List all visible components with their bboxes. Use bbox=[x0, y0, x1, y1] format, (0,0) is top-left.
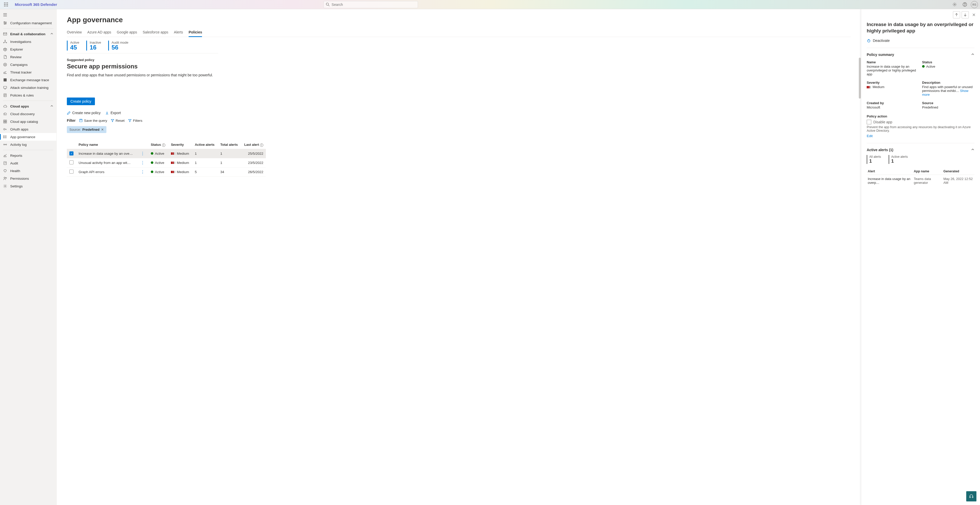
col-severity[interactable]: Severity bbox=[169, 141, 192, 149]
search-input[interactable] bbox=[332, 3, 416, 6]
close-panel-button[interactable] bbox=[970, 11, 977, 18]
nav-item-reports[interactable]: Reports bbox=[0, 152, 56, 159]
nav-item-configuration-management[interactable]: Configuration management bbox=[0, 19, 56, 27]
app-launcher-icon[interactable] bbox=[2, 0, 10, 9]
col-active-alerts[interactable]: Active alerts bbox=[192, 141, 218, 149]
severity-text: Medium bbox=[177, 170, 189, 174]
nav-item-cloud-discovery[interactable]: Cloud discovery bbox=[0, 110, 56, 118]
reset-filter-button[interactable]: Reset bbox=[111, 119, 124, 123]
create-new-policy-button[interactable]: Create new policy bbox=[67, 111, 100, 115]
table-row[interactable]: Unusual activity from an app wit… ⋮ Acti… bbox=[67, 158, 266, 167]
kpi-value: 1 bbox=[869, 159, 881, 164]
col-policy-name[interactable]: Policy name bbox=[76, 141, 137, 149]
tab-alerts[interactable]: Alerts bbox=[174, 29, 183, 37]
col-app-name[interactable]: App name bbox=[913, 168, 942, 175]
filters-button[interactable]: Filters bbox=[128, 119, 142, 123]
next-item-button[interactable] bbox=[962, 11, 969, 18]
nav-label: Policies & rules bbox=[10, 94, 34, 97]
content-scrollbar[interactable] bbox=[859, 58, 861, 99]
save-query-button[interactable]: Save the query bbox=[79, 119, 107, 123]
row-more-icon[interactable]: ⋮ bbox=[140, 161, 146, 165]
nav-item-audit[interactable]: Audit bbox=[0, 159, 56, 167]
col-alert[interactable]: Alert bbox=[867, 168, 913, 175]
col-generated[interactable]: Generated bbox=[942, 168, 974, 175]
field-label: Name bbox=[867, 60, 919, 64]
row-checkbox[interactable] bbox=[69, 160, 73, 164]
previous-item-button[interactable] bbox=[953, 11, 960, 18]
nav-item-app-governance[interactable]: App governance bbox=[0, 133, 56, 141]
kpi-active: Active 45 bbox=[67, 41, 79, 51]
toolbar-label: Export bbox=[110, 111, 121, 115]
row-checkbox[interactable] bbox=[69, 151, 73, 156]
disable-app-checkbox[interactable] bbox=[867, 120, 871, 124]
settings-gear-icon[interactable] bbox=[950, 0, 959, 9]
line-chart-icon bbox=[3, 70, 7, 74]
training-icon bbox=[3, 86, 7, 89]
alert-row[interactable]: Increase in data usage by an overp… Team… bbox=[867, 175, 974, 187]
svg-rect-29 bbox=[3, 78, 6, 81]
cell-active-alerts: 1 bbox=[192, 158, 218, 167]
info-icon[interactable]: i bbox=[162, 143, 165, 147]
col-last-alert[interactable]: Last alerti bbox=[241, 141, 266, 149]
svg-point-52 bbox=[5, 186, 6, 186]
tab-salesforce-apps[interactable]: Salesforce apps bbox=[143, 29, 168, 37]
table-row[interactable]: Graph API errors ⋮ Active Medium 5 34 26… bbox=[67, 167, 266, 177]
nav-item-review[interactable]: Review bbox=[0, 53, 56, 61]
floating-feedback-button[interactable] bbox=[966, 491, 977, 502]
nav-item-investigations[interactable]: Investigations bbox=[0, 38, 56, 45]
nav-item-policies-rules[interactable]: Policies & rules bbox=[0, 91, 56, 99]
deactivate-button[interactable]: Deactivate bbox=[867, 38, 974, 48]
nav-label: Permissions bbox=[10, 177, 29, 180]
filter-label: Filter bbox=[67, 118, 76, 123]
tab-azure-ad-apps[interactable]: Azure AD apps bbox=[87, 29, 111, 37]
nav-item-settings[interactable]: Settings bbox=[0, 182, 56, 190]
nav-item-attack-simulation-training[interactable]: Attack simulation training bbox=[0, 84, 56, 91]
status-text: Active bbox=[926, 65, 935, 69]
row-more-icon[interactable]: ⋮ bbox=[140, 151, 146, 156]
product-brand[interactable]: Microsoft 365 Defender bbox=[15, 2, 57, 6]
nav-item-exchange-message-trace[interactable]: Exchange message trace bbox=[0, 76, 56, 84]
svg-point-13 bbox=[964, 5, 965, 6]
suggested-policy-label: Suggested policy bbox=[67, 58, 851, 62]
tab-overview[interactable]: Overview bbox=[67, 29, 82, 37]
active-alerts-header[interactable]: Active alerts (1) bbox=[867, 148, 974, 152]
user-avatar[interactable]: RS bbox=[971, 1, 978, 8]
severity-bars-icon bbox=[171, 153, 175, 155]
svg-point-20 bbox=[4, 22, 5, 22]
nav-item-permissions[interactable]: Permissions bbox=[0, 175, 56, 182]
download-icon bbox=[105, 111, 109, 115]
field-value: Medium bbox=[867, 85, 919, 89]
search-box[interactable] bbox=[323, 1, 418, 8]
field-label: Created by bbox=[867, 101, 919, 105]
nav-label: OAuth apps bbox=[10, 127, 28, 131]
help-icon[interactable] bbox=[961, 0, 969, 9]
chip-remove-icon[interactable]: ✕ bbox=[101, 127, 104, 132]
info-icon[interactable]: i bbox=[260, 143, 263, 147]
nav-item-oauth-apps[interactable]: OAuth apps bbox=[0, 125, 56, 133]
col-total-alerts[interactable]: Total alerts bbox=[218, 141, 241, 149]
nav-item-health[interactable]: Health bbox=[0, 167, 56, 175]
status-dot-icon bbox=[151, 161, 153, 164]
nav-item-explorer[interactable]: Explorer bbox=[0, 45, 56, 53]
filter-chip-source[interactable]: Source: Predefined ✕ bbox=[67, 126, 107, 133]
field-status: Status Active bbox=[922, 60, 974, 76]
create-policy-button[interactable]: Create policy bbox=[67, 97, 95, 105]
nav-item-threat-tracker[interactable]: Threat tracker bbox=[0, 69, 56, 76]
row-more-icon[interactable]: ⋮ bbox=[140, 170, 146, 174]
tab-policies[interactable]: Policies bbox=[189, 29, 202, 37]
table-row[interactable]: Increase in data usage by an ove… ⋮ Acti… bbox=[67, 149, 266, 158]
tab-google-apps[interactable]: Google apps bbox=[117, 29, 137, 37]
col-status[interactable]: Statusi bbox=[148, 141, 169, 149]
nav-group-cloud-apps[interactable]: Cloud apps bbox=[0, 102, 56, 110]
nav-item-activity-log[interactable]: Activity log bbox=[0, 141, 56, 148]
nav-item-campaigns[interactable]: Campaigns bbox=[0, 61, 56, 69]
edit-link[interactable]: Edit bbox=[867, 134, 873, 138]
export-button[interactable]: Export bbox=[105, 111, 121, 115]
nav-label: App governance bbox=[10, 135, 35, 139]
nav-item-cloud-app-catalog[interactable]: Cloud app catalog bbox=[0, 118, 56, 125]
nav-collapse-icon[interactable] bbox=[0, 11, 56, 19]
nav-group-email-collaboration[interactable]: Email & collaboration bbox=[0, 30, 56, 38]
row-checkbox[interactable] bbox=[69, 169, 73, 174]
policy-action-section: Policy action Disable app Prevent the ap… bbox=[867, 115, 974, 143]
policy-summary-header[interactable]: Policy summary bbox=[867, 53, 974, 57]
